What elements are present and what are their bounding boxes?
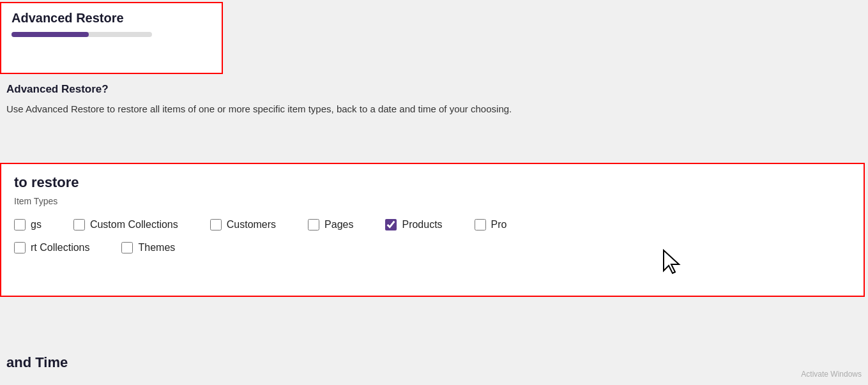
checkbox-products[interactable]: [385, 219, 397, 230]
restore-section-title: to restore: [14, 174, 851, 191]
activate-windows-watermark: Activate Windows: [801, 370, 862, 379]
checkbox-pro[interactable]: [475, 219, 486, 230]
checkbox-customers[interactable]: [210, 219, 222, 230]
item-types-label: Item Types: [14, 196, 851, 206]
description-text: Use Advanced Restore to restore all item…: [6, 102, 696, 117]
checkbox-item-customers[interactable]: Customers: [210, 219, 276, 230]
checkbox-pages-label: Pages: [324, 219, 353, 230]
progress-bar-background: [11, 32, 152, 37]
checkbox-products-label: Products: [402, 219, 442, 230]
checkbox-item-products[interactable]: Products: [385, 219, 442, 230]
checkbox-blogs-label: gs: [31, 219, 42, 230]
checkbox-item-blogs-partial[interactable]: gs: [14, 219, 42, 230]
header-box: Advanced Restore: [0, 2, 223, 74]
description-question: Advanced Restore?: [6, 83, 696, 96]
checkbox-themes[interactable]: [121, 242, 133, 253]
description-area: Advanced Restore? Use Advanced Restore t…: [0, 83, 703, 117]
checkbox-custom-collections[interactable]: [73, 219, 85, 230]
restore-title-partial: to restore: [14, 174, 79, 190]
header-title: Advanced Restore: [11, 11, 211, 26]
date-time-section: and Time: [0, 354, 74, 371]
checkbox-item-pro-partial[interactable]: Pro: [475, 219, 507, 230]
checkbox-pro-label: Pro: [491, 219, 507, 230]
checkbox-smart-collections[interactable]: [14, 242, 26, 253]
checkbox-pages[interactable]: [308, 219, 319, 230]
checkbox-custom-collections-label: Custom Collections: [90, 219, 178, 230]
progress-bar-fill: [11, 32, 89, 37]
checkbox-item-themes[interactable]: Themes: [121, 242, 175, 253]
checkboxes-row-2: rt Collections Themes: [14, 242, 851, 253]
checkbox-customers-label: Customers: [227, 219, 276, 230]
checkbox-blogs[interactable]: [14, 219, 26, 230]
checkbox-item-pages[interactable]: Pages: [308, 219, 353, 230]
checkbox-item-smart-collections-partial[interactable]: rt Collections: [14, 242, 89, 253]
page-wrapper: Advanced Restore Advanced Restore? Use A…: [0, 0, 868, 385]
date-time-title: and Time: [6, 354, 68, 371]
checkbox-smart-collections-label: rt Collections: [31, 242, 89, 253]
checkbox-item-custom-collections[interactable]: Custom Collections: [73, 219, 178, 230]
checkboxes-row-1: gs Custom Collections Customers Pages Pr…: [14, 219, 851, 230]
restore-section: to restore Item Types gs Custom Collecti…: [0, 163, 865, 297]
checkbox-themes-label: Themes: [138, 242, 175, 253]
